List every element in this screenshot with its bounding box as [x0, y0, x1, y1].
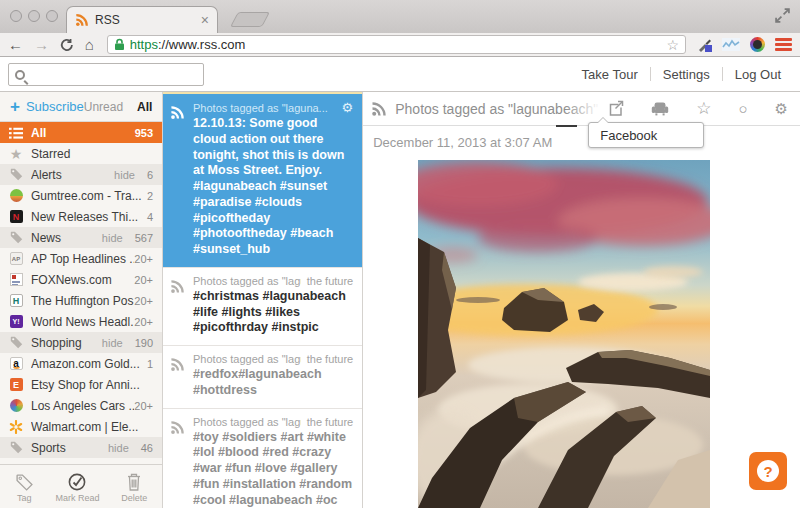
feed-item-source: Photos tagged as "laguna...	[193, 353, 301, 365]
tab-close-icon[interactable]: ×	[201, 13, 209, 27]
feed-item-selected[interactable]: Photos tagged as "laguna... ⚙ 12.10.13: …	[163, 92, 362, 268]
take-tour-link[interactable]: Take Tour	[570, 67, 650, 82]
unread-count: 46	[141, 442, 153, 454]
sidebar-item-ap[interactable]: AP AP Top Headlines ... 20+	[0, 248, 162, 269]
sidebar-item-label: Walmart.com | Ele...	[31, 420, 153, 434]
unread-count: 190	[135, 337, 153, 349]
feed-item-title: #christmas #lagunabeach #life #lights #l…	[193, 289, 353, 336]
subscribe-button[interactable]: Subscribe	[26, 99, 84, 114]
sidebar-item-all[interactable]: All 953	[0, 122, 162, 143]
feed-item-title: 12.10.13: Some good cloud action out the…	[193, 116, 353, 258]
delete-button[interactable]: Delete	[121, 473, 147, 503]
refresh-icon[interactable]	[60, 38, 74, 52]
sidebar-item-label: World News Headl...	[31, 315, 134, 329]
filter-unread[interactable]: Unread	[84, 100, 123, 114]
feed-item-source: Photos tagged as "laguna...	[193, 275, 301, 287]
unread-circle-icon[interactable]: ○	[738, 101, 747, 116]
star-icon[interactable]: ☆	[696, 100, 711, 117]
tag-icon	[8, 441, 24, 454]
sidebar-item-news[interactable]: News hide 567	[0, 227, 162, 248]
share-menu-item-facebook[interactable]: Facebook	[600, 128, 657, 143]
feed-item-source: Photos tagged as "laguna...	[193, 416, 301, 428]
window-close-button[interactable]	[10, 10, 22, 22]
share-icon[interactable]	[607, 100, 624, 117]
sidebar-item-gumtree[interactable]: Gumtree.com - Tra... 2	[0, 185, 162, 206]
unread-count: 20+	[134, 400, 153, 412]
unread-count: 953	[135, 127, 153, 139]
search-box[interactable]	[8, 63, 204, 86]
plus-icon[interactable]: +	[10, 97, 20, 117]
rss-icon	[170, 105, 185, 120]
window-minimize-button[interactable]	[28, 10, 40, 22]
sidebar-item-label: FOXNews.com	[31, 273, 134, 287]
trash-icon	[125, 473, 143, 492]
extension-icons	[697, 37, 792, 52]
question-icon: ?	[757, 460, 779, 482]
help-button[interactable]: ?	[749, 452, 787, 490]
filter-all[interactable]: All	[137, 100, 152, 114]
window-zoom-button[interactable]	[46, 10, 58, 22]
walmart-spark-icon	[8, 420, 24, 434]
sidebar-item-foxnews[interactable]: FOXNews.com 20+	[0, 269, 162, 290]
back-icon[interactable]: ←	[8, 37, 23, 52]
sidebar-item-starred[interactable]: ★ Starred	[0, 143, 162, 164]
unread-count: 1	[147, 358, 153, 370]
feed-item-time: the future	[307, 416, 353, 428]
unread-count: 6	[147, 169, 153, 181]
unread-count: 20+	[134, 316, 153, 328]
sidebar-item-walmart[interactable]: Walmart.com | Ele...	[0, 416, 162, 437]
unread-count: 2	[147, 190, 153, 202]
tag-button[interactable]: Tag	[15, 473, 34, 503]
armchair-icon[interactable]	[651, 101, 669, 116]
gear-icon[interactable]: ⚙	[775, 101, 788, 116]
sidebar: + Subscribe Unread All All 953 ★ Starred	[0, 92, 163, 508]
check-circle-icon	[67, 472, 87, 492]
sidebar-item-amazon[interactable]: a Amazon.com Gold... 1	[0, 353, 162, 374]
mark-read-button[interactable]: Mark Read	[55, 472, 99, 503]
list-icon	[8, 126, 24, 140]
feed-item[interactable]: Photos tagged as "laguna... the future #…	[163, 268, 362, 346]
settings-link[interactable]: Settings	[651, 67, 722, 82]
sidebar-item-la-cars[interactable]: Los Angeles Cars ... 20+	[0, 395, 162, 416]
menu-edge-line	[556, 125, 577, 127]
tab-title: RSS	[95, 13, 201, 27]
sidebar-item-label: Shopping	[31, 336, 102, 350]
browser-tab[interactable]: RSS ×	[66, 6, 218, 33]
home-icon[interactable]: ⌂	[85, 37, 94, 52]
browser-toolbar: ← → ⌂ https ://www.rss.com ☆	[0, 33, 800, 57]
amazon-favicon-icon: a	[8, 357, 24, 370]
forward-icon[interactable]: →	[34, 37, 49, 52]
fullscreen-icon[interactable]	[775, 8, 790, 23]
graph-extension-icon[interactable]	[722, 38, 740, 51]
item-gear-icon[interactable]: ⚙	[342, 101, 354, 114]
hide-link[interactable]: hide	[114, 169, 135, 181]
sidebar-item-world-news[interactable]: Y! World News Headl... 20+	[0, 311, 162, 332]
address-bar[interactable]: https ://www.rss.com ☆	[107, 35, 686, 54]
sidebar-item-huffington[interactable]: H The Huffington Pos... 20+	[0, 290, 162, 311]
chrome-menu-icon[interactable]	[775, 38, 792, 51]
feed-item[interactable]: Photos tagged as "laguna... the future #…	[163, 409, 362, 508]
bookmark-star-icon[interactable]: ☆	[666, 37, 679, 53]
sidebar-item-shopping[interactable]: Shopping hide 190	[0, 332, 162, 353]
feed-item[interactable]: Photos tagged as "laguna... the future #…	[163, 346, 362, 409]
new-tab-button[interactable]	[230, 12, 270, 27]
tag-icon	[15, 473, 34, 492]
sidebar-item-sports[interactable]: Sports hide 46	[0, 437, 162, 458]
eyedropper-extension-icon[interactable]	[697, 37, 712, 52]
article-title: Photos tagged as "lagunabeach" on In	[395, 101, 607, 117]
logout-link[interactable]: Log Out	[723, 67, 793, 82]
sidebar-item-new-releases[interactable]: N New Releases Thi... 4	[0, 206, 162, 227]
share-menu: Facebook	[588, 122, 704, 148]
article-photo	[418, 160, 710, 508]
hide-link[interactable]: hide	[108, 442, 129, 454]
sidebar-item-label: Los Angeles Cars ...	[31, 399, 134, 413]
feed-item-source: Photos tagged as "laguna...	[193, 102, 334, 114]
app-top-bar: Take Tour Settings Log Out	[0, 57, 800, 92]
sidebar-item-etsy[interactable]: E Etsy Shop for Anni...	[0, 374, 162, 395]
hide-link[interactable]: hide	[102, 232, 123, 244]
camera-lens-extension-icon[interactable]	[750, 37, 765, 52]
tag-icon	[8, 336, 24, 349]
hide-link[interactable]: hide	[102, 337, 123, 349]
sidebar-item-alerts[interactable]: Alerts hide 6	[0, 164, 162, 185]
sidebar-item-label: Starred	[31, 147, 153, 161]
